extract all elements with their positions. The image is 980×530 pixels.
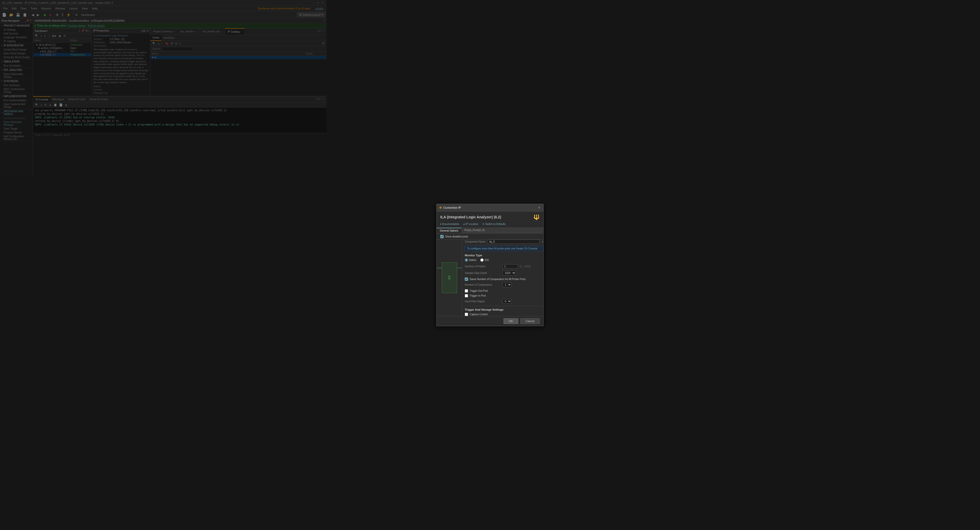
modal-overlay: ⚙ Customize IP × ILA (Integrated Logic A… — [0, 0, 326, 177]
